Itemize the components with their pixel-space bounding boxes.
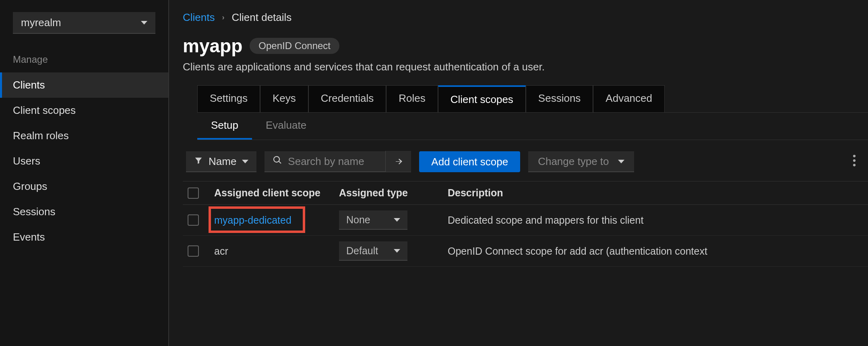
page-header: myapp OpenID Connect [183,35,868,57]
subtab-setup[interactable]: Setup [197,113,252,140]
primary-tabs: Settings Keys Credentials Roles Client s… [197,85,868,113]
table-row: myapp-dedicated None Dedicated scope and… [183,205,868,236]
search-submit-button[interactable] [385,151,411,172]
caret-down-icon [141,21,147,25]
filter-icon [194,155,203,168]
sidebar-item-realm-roles[interactable]: Realm roles [0,123,168,148]
tab-sessions[interactable]: Sessions [526,85,593,112]
assigned-type-value: None [346,214,370,226]
breadcrumb-current: Client details [231,11,291,24]
sidebar-item-clients[interactable]: Clients [0,72,168,98]
sidebar-item-users[interactable]: Users [0,148,168,174]
col-assigned-scope: Assigned client scope [214,187,335,199]
sidebar: myrealm Manage Clients Client scopes Rea… [0,0,169,346]
filter-dropdown[interactable]: Name [186,151,256,172]
sidebar-section-label: Manage [0,54,168,72]
caret-down-icon [618,160,624,163]
sidebar-item-client-scopes[interactable]: Client scopes [0,98,168,123]
row-description: OpenID Connect scope for add acr (authen… [448,245,865,257]
assigned-type-select[interactable]: None [339,210,407,230]
col-description: Description [448,187,865,199]
breadcrumb: Clients › Client details [183,11,868,24]
row-description: Dedicated scope and mappers for this cli… [448,214,865,226]
chevron-right-icon: › [222,13,224,22]
assigned-type-select[interactable]: Default [339,241,407,261]
tab-keys[interactable]: Keys [260,85,308,112]
caret-down-icon [394,218,400,222]
breadcrumb-clients-link[interactable]: Clients [183,11,215,24]
col-assigned-type: Assigned type [339,187,444,199]
caret-down-icon [242,160,248,163]
svg-point-1 [853,159,856,162]
sidebar-item-groups[interactable]: Groups [0,174,168,199]
client-scopes-table: Assigned client scope Assigned type Desc… [183,181,868,267]
scope-link-myapp-dedicated[interactable]: myapp-dedicated [214,214,291,226]
search-box [265,151,411,172]
secondary-tabs: Setup Evaluate [197,113,868,140]
page-title: myapp [183,35,242,57]
svg-point-0 [853,155,856,157]
page-subtitle: Clients are applications and services th… [183,61,868,73]
select-all-checkbox[interactable] [188,187,199,199]
search-icon [273,155,282,167]
tab-credentials[interactable]: Credentials [308,85,386,112]
sidebar-item-events[interactable]: Events [0,224,168,250]
search-input[interactable] [288,155,377,168]
main-content: Clients › Client details myapp OpenID Co… [169,0,868,346]
add-client-scope-button[interactable]: Add client scope [419,151,520,172]
realm-selector[interactable]: myrealm [13,12,155,34]
sidebar-item-sessions[interactable]: Sessions [0,199,168,224]
tab-client-scopes[interactable]: Client scopes [438,85,526,112]
tab-settings[interactable]: Settings [197,85,260,112]
table-header-row: Assigned client scope Assigned type Desc… [183,181,868,205]
subtab-evaluate[interactable]: Evaluate [252,113,320,140]
change-type-dropdown[interactable]: Change type to [528,151,634,172]
tab-roles[interactable]: Roles [386,85,438,112]
kebab-menu-button[interactable] [844,154,865,169]
filter-label: Name [209,155,236,168]
table-row: acr Default OpenID Connect scope for add… [183,236,868,267]
toolbar: Name Add client scope Change type to [183,142,868,181]
scope-name-acr[interactable]: acr [214,245,228,257]
assigned-type-value: Default [346,245,378,257]
realm-selected-label: myrealm [21,16,61,29]
row-checkbox[interactable] [188,214,199,226]
tab-advanced[interactable]: Advanced [593,85,665,112]
change-type-label: Change type to [538,155,609,168]
caret-down-icon [394,249,400,253]
svg-point-2 [853,164,856,166]
protocol-pill: OpenID Connect [250,38,339,54]
row-checkbox[interactable] [188,245,199,257]
